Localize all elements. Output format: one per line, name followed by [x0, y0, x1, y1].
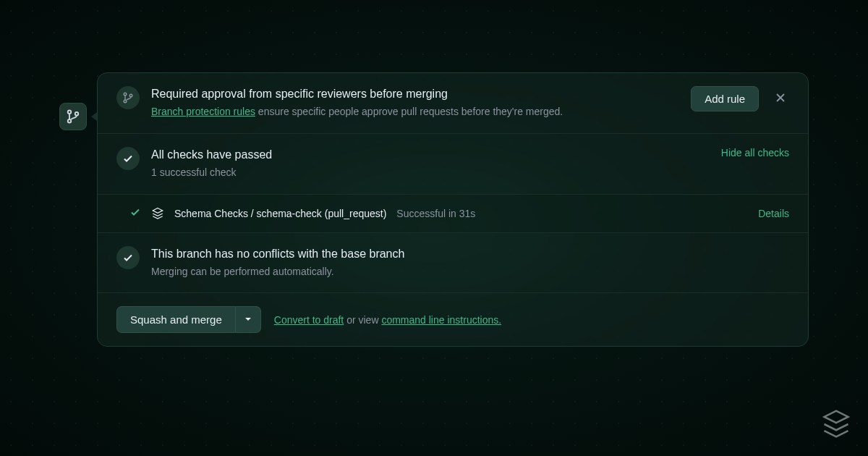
close-icon[interactable]	[772, 88, 789, 110]
conflicts-subtitle: Merging can be performed automatically.	[151, 263, 789, 279]
checks-passed-badge	[116, 147, 140, 170]
check-item-name: Schema Checks / schema-check (pull_reque…	[174, 208, 386, 219]
check-success-icon	[129, 206, 141, 221]
check-item-status: Successful in 31s	[396, 208, 475, 219]
svg-point-3	[124, 93, 127, 96]
svg-point-1	[68, 119, 72, 123]
conflicts-section: This branch has no conflicts with the ba…	[98, 233, 808, 294]
check-icon	[122, 252, 134, 263]
merge-panel: Required approval from specific reviewer…	[97, 72, 809, 347]
brand-logo	[820, 408, 852, 443]
squash-and-merge-button[interactable]: Squash and merge	[116, 306, 236, 333]
branch-protection-actions: Add rule	[691, 86, 789, 111]
convert-to-draft-link[interactable]: Convert to draft	[274, 314, 344, 326]
merge-button-group: Squash and merge	[116, 306, 261, 333]
branch-protection-title: Required approval from specific reviewer…	[151, 86, 679, 102]
no-conflicts-badge	[116, 246, 140, 269]
checks-title: All checks have passed	[151, 147, 710, 163]
svg-point-2	[75, 112, 79, 116]
branch-protection-subtitle-text: ensure specific people approve pull requ…	[255, 106, 563, 117]
checks-summary-content: All checks have passed 1 successful chec…	[151, 147, 710, 181]
conflicts-title: This branch has no conflicts with the ba…	[151, 246, 789, 262]
checks-summary-section: All checks have passed 1 successful chec…	[98, 134, 808, 195]
check-icon	[122, 153, 134, 164]
arrow-connector	[91, 112, 97, 121]
check-details-link[interactable]: Details	[758, 208, 789, 219]
branch-protection-subtitle: Branch protection rules ensure specific …	[151, 104, 679, 119]
merge-indicator-button[interactable]	[59, 103, 87, 130]
svg-point-4	[124, 100, 127, 103]
conflicts-content: This branch has no conflicts with the ba…	[151, 246, 789, 280]
branch-protection-badge	[116, 86, 140, 109]
branch-protection-rules-link[interactable]: Branch protection rules	[151, 106, 255, 117]
git-branch-icon	[122, 92, 134, 104]
stack-icon	[151, 207, 164, 220]
merge-dropdown-button[interactable]	[236, 306, 261, 333]
checks-subtitle: 1 successful check	[151, 164, 710, 180]
footer-text: Convert to draft or view command line in…	[274, 314, 501, 326]
cli-instructions-link[interactable]: command line instructions.	[381, 314, 501, 326]
check-item-row: Schema Checks / schema-check (pull_reque…	[98, 195, 808, 233]
footer-or-view: or view	[344, 314, 381, 326]
add-rule-button[interactable]: Add rule	[691, 86, 759, 111]
git-branch-icon	[66, 109, 80, 124]
svg-point-0	[68, 111, 72, 114]
branch-protection-content: Required approval from specific reviewer…	[151, 86, 679, 120]
stack-icon	[820, 408, 852, 440]
branch-protection-section: Required approval from specific reviewer…	[98, 73, 808, 134]
svg-point-5	[129, 94, 132, 97]
merge-footer: Squash and merge Convert to draft or vie…	[98, 293, 808, 346]
chevron-down-icon	[244, 316, 252, 323]
hide-all-checks-link[interactable]: Hide all checks	[721, 147, 789, 159]
merge-panel-wrap: Required approval from specific reviewer…	[59, 72, 809, 347]
